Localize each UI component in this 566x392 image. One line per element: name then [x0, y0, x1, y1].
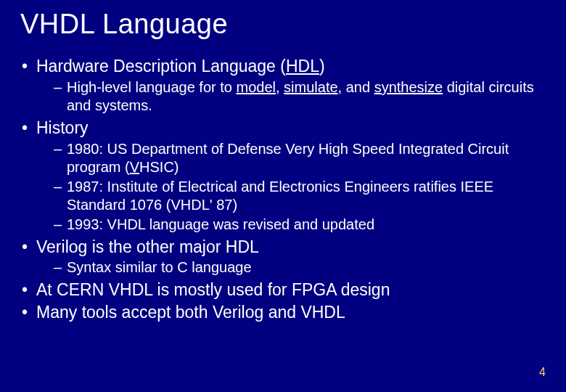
underline-synthesize: synthesize — [374, 79, 443, 95]
page-number: 4 — [539, 366, 546, 379]
underline-v: V — [130, 159, 139, 175]
bullet-hdl: Hardware Description Language (HDL) High… — [20, 56, 546, 115]
sub-bullet: 1993: VHDL language was revised and upda… — [36, 216, 546, 234]
bullet-cern: At CERN VHDL is mostly used for FPGA des… — [20, 279, 546, 301]
bullet-history: History 1980: US Department of Defense V… — [20, 118, 546, 234]
sub-list: High-level language for to model, simula… — [36, 78, 546, 115]
sub-bullet: 1980: US Department of Defense Very High… — [36, 140, 546, 176]
sub-bullet: High-level language for to model, simula… — [36, 78, 546, 115]
text: , and — [338, 79, 374, 95]
text: ) — [319, 57, 325, 75]
text: High-level language for to — [67, 79, 236, 95]
bullet-verilog: Verilog is the other major HDL Syntax si… — [20, 237, 546, 277]
text: History — [36, 118, 89, 137]
text: , — [276, 79, 284, 95]
slide-title: VHDL Language — [20, 9, 546, 40]
sub-list: Syntax similar to C language — [36, 258, 546, 277]
bullet-list: Hardware Description Language (HDL) High… — [20, 56, 546, 323]
underline-simulate: simulate — [284, 79, 337, 95]
underline-hdl: HDL — [286, 57, 319, 75]
bullet-tools: Many tools accept both Verilog and VHDL — [20, 302, 546, 323]
text: Verilog is the other major HDL — [36, 237, 259, 256]
underline-model: model — [236, 79, 275, 95]
text: HSIC) — [139, 159, 179, 175]
sub-bullet: 1987: Institute of Electrical and Electr… — [36, 178, 546, 214]
sub-list: 1980: US Department of Defense Very High… — [36, 140, 546, 234]
slide: VHDL Language Hardware Description Langu… — [0, 0, 566, 392]
sub-bullet: Syntax similar to C language — [36, 258, 546, 277]
text: Hardware Description Language ( — [36, 57, 286, 75]
